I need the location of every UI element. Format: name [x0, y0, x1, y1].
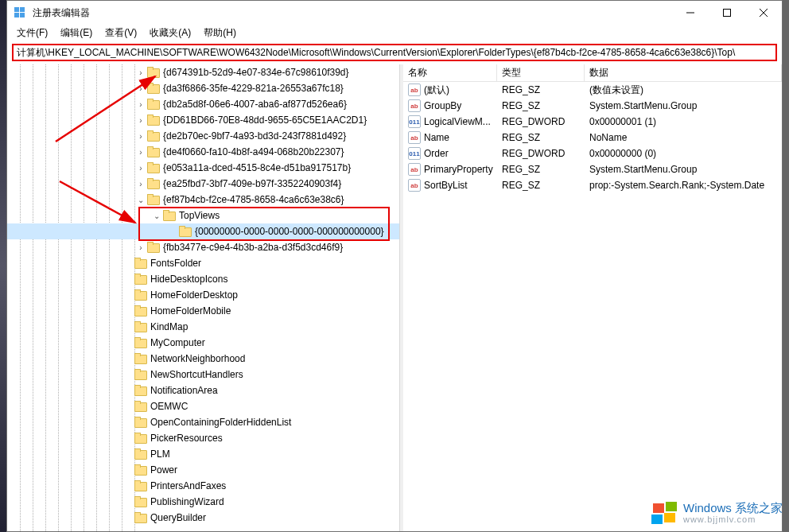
tree-row[interactable]: ⌄{ef87b4cb-f2ce-4785-8658-4ca6c63e38c6}: [7, 192, 399, 208]
col-type[interactable]: 类型: [497, 64, 585, 81]
maximize-button[interactable]: [709, 1, 745, 25]
tree-row[interactable]: NetworkNeighborhood: [7, 351, 399, 367]
tree-label: OEMWC: [150, 401, 188, 412]
folder-icon: [134, 512, 147, 523]
value-row[interactable]: abSortByListREG_SZprop:-System.Search.Ra…: [403, 177, 782, 193]
values-pane[interactable]: 名称 类型 数据 ab(默认)REG_SZ(数值未设置)abGroupByREG…: [403, 64, 782, 531]
value-row[interactable]: abGroupByREG_SZSystem.StartMenu.Group: [403, 98, 782, 114]
app-icon: [12, 7, 28, 18]
tree-row[interactable]: FontsFolder: [7, 255, 399, 271]
chevron-right-icon[interactable]: ›: [134, 241, 147, 254]
col-name[interactable]: 名称: [403, 64, 497, 81]
watermark-url: www.bjjmlv.com: [683, 514, 783, 525]
tree-row[interactable]: ›{db2a5d8f-06e6-4007-aba6-af877d526ea6}: [7, 96, 399, 112]
folder-icon: [147, 67, 160, 78]
menu-file[interactable]: 文件(F): [10, 25, 54, 41]
tree-row[interactable]: ›{ea25fbd7-3bf7-409e-b97f-3352240903f4}: [7, 176, 399, 192]
tree-row[interactable]: PLM: [7, 446, 399, 462]
tree-row[interactable]: ›{fbb3477e-c9e4-4b3b-a2ba-d3f5d3cd46f9}: [7, 239, 399, 255]
tree-row[interactable]: HomeFolderMobile: [7, 303, 399, 319]
tree-label: {fbb3477e-c9e4-4b3b-a2ba-d3f5d3cd46f9}: [163, 242, 343, 253]
value-type: REG_SZ: [497, 180, 585, 191]
address-bar[interactable]: 计算机\HKEY_LOCAL_MACHINE\SOFTWARE\WOW6432N…: [12, 44, 777, 61]
tree-pane[interactable]: ›{d674391b-52d9-4e07-834e-67c98610f39d}›…: [7, 64, 400, 531]
menu-favorites[interactable]: 收藏夹(A): [143, 25, 197, 41]
chevron-right-icon[interactable]: ›: [134, 130, 147, 142]
tree-row[interactable]: HomeFolderDesktop: [7, 287, 399, 303]
tree-row[interactable]: OpenContainingFolderHiddenList: [7, 414, 399, 430]
menu-help[interactable]: 帮助(H): [197, 25, 243, 41]
tree-row[interactable]: HideDesktopIcons: [7, 271, 399, 287]
tree-row[interactable]: ›{de4f0660-fa10-4b8f-a494-068b20b22307}: [7, 144, 399, 160]
tree-row[interactable]: KindMap: [7, 319, 399, 335]
folder-icon: [134, 321, 147, 332]
tree-label: HomeFolderMobile: [150, 305, 231, 316]
folder-icon: [134, 274, 147, 285]
chevron-right-icon[interactable]: ›: [134, 66, 147, 79]
chevron-right-icon[interactable]: ›: [134, 114, 147, 126]
folder-icon: [179, 226, 192, 237]
tree-row[interactable]: OEMWC: [7, 398, 399, 414]
tree-row[interactable]: PublishingWizard: [7, 494, 399, 510]
value-row[interactable]: 011OrderREG_DWORD0x00000000 (0): [403, 146, 782, 161]
tree-label: Power: [150, 464, 177, 476]
expand-placeholder: [122, 448, 134, 460]
tree-row[interactable]: QueryBuilder: [7, 510, 399, 526]
chevron-right-icon[interactable]: ›: [134, 82, 147, 95]
reg-string-icon: ab: [408, 131, 421, 144]
folder-icon: [134, 480, 147, 491]
tree-label: PLM: [150, 449, 170, 460]
value-type: REG_DWORD: [497, 148, 585, 159]
value-row[interactable]: abPrimaryPropertyREG_SZSystem.StartMenu.…: [403, 161, 782, 177]
tree-row[interactable]: PickerResources: [7, 430, 399, 446]
values-header: 名称 类型 数据: [403, 64, 782, 82]
menu-edit[interactable]: 编辑(E): [54, 25, 99, 41]
minimize-button[interactable]: [672, 1, 709, 25]
value-data: System.StartMenu.Group: [585, 164, 782, 175]
tree-row[interactable]: NewShortcutHandlers: [7, 367, 399, 382]
menubar: 文件(F) 编辑(E) 查看(V) 收藏夹(A) 帮助(H): [7, 25, 782, 41]
tree-label: NotificationArea: [150, 385, 218, 396]
tree-row[interactable]: {00000000-0000-0000-0000-000000000000}: [7, 223, 399, 239]
folder-icon: [147, 146, 160, 157]
value-name: (默认): [424, 83, 449, 97]
tree-row[interactable]: ⌄TopViews: [7, 208, 399, 223]
chevron-right-icon[interactable]: ›: [134, 177, 147, 190]
expand-placeholder: [122, 384, 134, 397]
chevron-right-icon[interactable]: ›: [134, 146, 147, 158]
value-row[interactable]: abNameREG_SZNoName: [403, 130, 782, 146]
close-button[interactable]: [745, 1, 782, 25]
value-data: (数值未设置): [585, 83, 782, 97]
reg-dword-icon: 011: [408, 147, 421, 160]
chevron-down-icon[interactable]: ⌄: [150, 209, 163, 222]
tree-row[interactable]: Power: [7, 462, 399, 478]
expand-placeholder: [122, 305, 134, 317]
chevron-down-icon[interactable]: ⌄: [134, 193, 147, 206]
value-name: LogicalViewM...: [424, 116, 491, 127]
col-data[interactable]: 数据: [585, 64, 782, 81]
folder-icon: [163, 210, 176, 221]
tree-label: {da3f6866-35fe-4229-821a-26553a67fc18}: [163, 83, 344, 94]
tree-row[interactable]: ›{da3f6866-35fe-4229-821a-26553a67fc18}: [7, 80, 399, 96]
tree-row[interactable]: ›{de2b70ec-9bf7-4a93-bd3d-243f7881d492}: [7, 128, 399, 144]
tree-label: OpenContainingFolderHiddenList: [150, 417, 291, 428]
tree-row[interactable]: ›{e053a11a-dced-4515-8c4e-d51ba917517b}: [7, 160, 399, 176]
value-type: REG_SZ: [497, 84, 585, 95]
folder-icon: [134, 496, 147, 507]
chevron-right-icon[interactable]: ›: [134, 98, 147, 111]
tree-label: {de4f0660-fa10-4b8f-a494-068b20b22307}: [163, 146, 344, 157]
chevron-right-icon[interactable]: ›: [134, 161, 147, 174]
svg-rect-1: [20, 7, 25, 12]
tree-row[interactable]: PrintersAndFaxes: [7, 478, 399, 494]
tree-row[interactable]: ›{DD61BD66-70E8-48dd-9655-65C5E1AAC2D1}: [7, 112, 399, 128]
folder-icon: [147, 83, 160, 94]
menu-view[interactable]: 查看(V): [99, 25, 143, 41]
value-row[interactable]: ab(默认)REG_SZ(数值未设置): [403, 82, 782, 98]
tree-row[interactable]: MyComputer: [7, 335, 399, 351]
folder-icon: [147, 115, 160, 126]
expand-placeholder: [122, 289, 134, 301]
tree-row[interactable]: NotificationArea: [7, 382, 399, 398]
value-row[interactable]: 011LogicalViewM...REG_DWORD0x00000001 (1…: [403, 114, 782, 130]
tree-row[interactable]: ›{d674391b-52d9-4e07-834e-67c98610f39d}: [7, 64, 399, 80]
tree-label: NetworkNeighborhood: [150, 353, 245, 364]
